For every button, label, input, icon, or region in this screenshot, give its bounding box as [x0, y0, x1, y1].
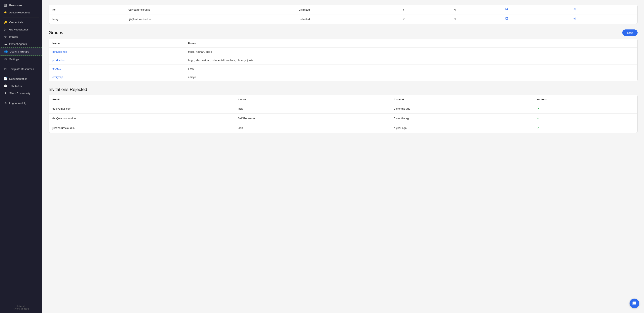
inv-created: 3 months ago [390, 104, 534, 114]
inv-col-created: Created ↓ [390, 95, 534, 104]
check-icon: ✓ [537, 126, 540, 130]
sidebar-item-slack-community[interactable]: ✦ Slack Community [0, 90, 42, 97]
inv-col-actions: Actions [534, 95, 638, 104]
credentials-icon: 🔑 [4, 20, 7, 24]
group-name-link[interactable]: production [52, 59, 65, 62]
table-row: def@saturncloud.io Self Requested 5 mont… [49, 114, 638, 123]
table-row: harry hjk@saturncloud.io Unlimited Y N [49, 14, 638, 24]
sidebar-item-credentials[interactable]: 🔑 Credentials [0, 19, 42, 26]
inv-email: edf@gmail.com [49, 104, 234, 114]
user-edit-action[interactable] [502, 5, 570, 14]
user-email: hjk@saturncloud.io [124, 14, 295, 24]
inv-col-email: Email [49, 95, 234, 104]
groups-title: Groups [48, 30, 63, 35]
sidebar-item-users-groups[interactable]: 👥 Users & Groups [0, 47, 42, 55]
table-row: jkl@saturncloud.io john a year ago ✓ [49, 123, 638, 133]
group-name-link[interactable]: datascience [52, 50, 67, 53]
sidebar-item-label: Credentials [9, 21, 23, 24]
sidebar-item-label: Active Resources [9, 11, 30, 14]
user-col-y: Y [399, 5, 450, 14]
login-icon[interactable] [573, 17, 576, 21]
sidebar-item-label: Documentation [9, 77, 28, 80]
template-icon: □ [4, 67, 7, 71]
user-name: harry [49, 14, 124, 24]
sidebar-divider-2 [3, 64, 39, 64]
user-login-action[interactable] [570, 14, 638, 24]
user-col-n: N [450, 14, 502, 24]
sidebar-item-images[interactable]: ⊙ Images [0, 33, 42, 40]
sidebar-item-label: Users & Groups [10, 50, 29, 53]
slack-icon: ✦ [4, 91, 7, 95]
main-content: ron rst@saturncloud.io Unlimited Y N [42, 0, 644, 313]
inv-created: 5 months ago [390, 114, 534, 123]
login-icon[interactable] [573, 8, 576, 11]
sidebar-env: internal [4, 305, 38, 308]
group-users: jnolis [184, 65, 638, 73]
inv-invitor: jack [234, 104, 390, 114]
sidebar-divider-3 [3, 74, 39, 74]
table-row: edf@gmail.com jack 3 months ago ✓ [49, 104, 638, 114]
groups-col-users: Users [184, 39, 638, 48]
sidebar-divider-1 [3, 17, 39, 17]
user-col-n: N [450, 5, 502, 14]
group-name-link[interactable]: emilycqa [52, 76, 63, 79]
sidebar-item-label: Images [9, 35, 18, 38]
inv-col-invitor: Invitor [234, 95, 390, 104]
sidebar-version: v2021.11.10-9 [4, 308, 38, 311]
users-groups-icon: 👥 [4, 50, 8, 53]
active-resources-icon: ⚡ [4, 11, 7, 14]
chat-icon [632, 301, 636, 306]
invitations-table: Email Invitor Created ↓ Actions edf@gmai… [49, 95, 638, 133]
sidebar: ▦ Resources ⚡ Active Resources 🔑 Credent… [0, 0, 42, 313]
sidebar-item-documentation[interactable]: 📄 Documentation [0, 75, 42, 82]
user-email: rst@saturncloud.io [124, 5, 295, 14]
sidebar-item-label: Logout (mitali) [9, 102, 26, 105]
inv-email: jkl@saturncloud.io [49, 123, 234, 133]
sidebar-footer: internal v2021.11.10-9 [0, 303, 42, 313]
sidebar-item-label: Git Repositories [9, 28, 28, 31]
table-row: datascience mitali, nathan, jnolis [49, 48, 638, 56]
inv-invitor: Self Requested [234, 114, 390, 123]
sidebar-item-settings[interactable]: ⚙ Settings [0, 55, 42, 63]
group-name[interactable]: emilycqa [49, 73, 184, 81]
sidebar-item-git-repositories[interactable]: ▷ Git Repositories [0, 26, 42, 33]
group-name-link[interactable]: group1 [52, 67, 61, 70]
sidebar-item-talk-to-us[interactable]: 💬 Talk To Us [0, 82, 42, 90]
logout-icon: ⎋ [4, 101, 7, 105]
sidebar-item-label: Talk To Us [9, 85, 22, 88]
inv-created: a year ago [390, 123, 534, 133]
group-name[interactable]: production [49, 56, 184, 65]
user-resource-limit: Unlimited [295, 5, 399, 14]
user-resource-limit: Unlimited [295, 14, 399, 24]
sidebar-item-logout[interactable]: ⎋ Logout (mitali) [0, 99, 42, 107]
user-name: ron [49, 5, 124, 14]
edit-icon[interactable] [505, 17, 508, 21]
sidebar-item-active-resources[interactable]: ⚡ Active Resources [0, 9, 42, 16]
sidebar-item-resources[interactable]: ▦ Resources [0, 1, 42, 9]
resources-icon: ▦ [4, 3, 7, 7]
edit-icon[interactable] [505, 8, 508, 11]
created-sort-icon[interactable]: ↓ [405, 98, 406, 101]
sidebar-item-label: Resources [9, 4, 22, 7]
settings-icon: ⚙ [4, 57, 7, 61]
group-users: emilyc [184, 73, 638, 81]
groups-table-card: Name Users datascience mitali, nathan, j… [48, 39, 638, 81]
groups-section-header: Groups New [48, 29, 638, 36]
table-row: ron rst@saturncloud.io Unlimited Y N [49, 5, 638, 14]
groups-table-header-row: Name Users [49, 39, 638, 48]
documentation-icon: 📄 [4, 77, 7, 81]
sidebar-item-prefect-agents[interactable]: ☁ Prefect Agents [0, 40, 42, 47]
user-edit-action[interactable] [502, 14, 570, 24]
users-table: ron rst@saturncloud.io Unlimited Y N [49, 5, 638, 24]
sidebar-nav: ▦ Resources ⚡ Active Resources 🔑 Credent… [0, 0, 42, 303]
group-name[interactable]: datascience [49, 48, 184, 56]
sidebar-item-template-resources[interactable]: □ Template Resources [0, 65, 42, 73]
svg-rect-1 [506, 17, 508, 19]
check-icon: ✓ [537, 116, 540, 120]
group-name[interactable]: group1 [49, 65, 184, 73]
new-group-button[interactable]: New [622, 29, 638, 36]
inv-action: ✓ [534, 114, 638, 123]
invitations-table-header-row: Email Invitor Created ↓ Actions [49, 95, 638, 104]
chat-bubble[interactable] [630, 299, 639, 308]
user-login-action[interactable] [570, 5, 638, 14]
